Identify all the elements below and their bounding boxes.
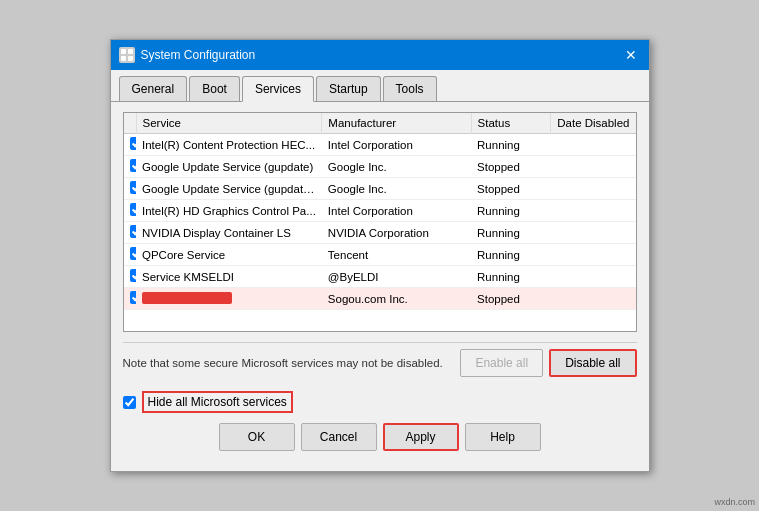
service-name-6: Service KMSELDI	[136, 266, 322, 288]
service-date-7	[551, 288, 636, 310]
window-icon	[119, 47, 135, 63]
ok-button[interactable]: OK	[219, 423, 295, 451]
window-title: System Configuration	[141, 48, 256, 62]
service-name-2: Google Update Service (gupdatem)	[136, 178, 322, 200]
tab-tools[interactable]: Tools	[383, 76, 437, 101]
system-config-window: System Configuration ✕ General Boot Serv…	[110, 39, 650, 472]
service-table: Service Manufacturer Status Date Disable…	[124, 113, 636, 310]
close-button[interactable]: ✕	[621, 45, 641, 65]
service-manufacturer-4: NVIDIA Corporation	[322, 222, 471, 244]
service-manufacturer-0: Intel Corporation	[322, 134, 471, 156]
service-date-2	[551, 178, 636, 200]
service-checkbox-5[interactable]	[130, 247, 137, 260]
service-status-4: Running	[471, 222, 551, 244]
svg-rect-2	[121, 56, 126, 61]
service-name-1: Google Update Service (gupdate)	[136, 156, 322, 178]
service-date-6	[551, 266, 636, 288]
service-manufacturer-3: Intel Corporation	[322, 200, 471, 222]
service-status-5: Running	[471, 244, 551, 266]
service-date-3	[551, 200, 636, 222]
help-button[interactable]: Help	[465, 423, 541, 451]
service-checkbox-3[interactable]	[130, 203, 137, 216]
service-name-7	[136, 288, 322, 310]
apply-button[interactable]: Apply	[383, 423, 459, 451]
service-checkbox-6[interactable]	[130, 269, 137, 282]
watermark: wxdn.com	[714, 497, 755, 507]
service-status-1: Stopped	[471, 156, 551, 178]
enable-disable-group: Enable all Disable all	[460, 349, 636, 377]
service-checkbox-7[interactable]	[130, 291, 137, 304]
service-date-1	[551, 156, 636, 178]
cancel-button[interactable]: Cancel	[301, 423, 377, 451]
enable-all-button[interactable]: Enable all	[460, 349, 543, 377]
col-header-status: Status	[471, 113, 551, 134]
service-date-0	[551, 134, 636, 156]
service-name-5: QPCore Service	[136, 244, 322, 266]
service-manufacturer-1: Google Inc.	[322, 156, 471, 178]
svg-rect-3	[128, 56, 133, 61]
service-status-2: Stopped	[471, 178, 551, 200]
service-date-4	[551, 222, 636, 244]
service-status-0: Running	[471, 134, 551, 156]
col-header-check	[124, 113, 137, 134]
disable-all-button[interactable]: Disable all	[549, 349, 636, 377]
note-text: Note that some secure Microsoft services…	[123, 357, 443, 369]
tab-bar: General Boot Services Startup Tools	[111, 70, 649, 102]
service-table-container: Service Manufacturer Status Date Disable…	[123, 112, 637, 332]
content-area: Service Manufacturer Status Date Disable…	[111, 102, 649, 471]
col-header-manufacturer: Manufacturer	[322, 113, 471, 134]
tab-general[interactable]: General	[119, 76, 188, 101]
title-bar-left: System Configuration	[119, 47, 256, 63]
title-bar: System Configuration ✕	[111, 40, 649, 70]
service-checkbox-1[interactable]	[130, 159, 137, 172]
svg-rect-1	[128, 49, 133, 54]
bottom-buttons: OK Cancel Apply Help	[123, 423, 637, 461]
col-header-date: Date Disabled	[551, 113, 636, 134]
service-checkbox-2[interactable]	[130, 181, 137, 194]
service-manufacturer-5: Tencent	[322, 244, 471, 266]
hide-ms-row: Hide all Microsoft services	[123, 391, 637, 413]
service-name-4: NVIDIA Display Container LS	[136, 222, 322, 244]
service-name-3: Intel(R) HD Graphics Control Pa...	[136, 200, 322, 222]
tab-startup[interactable]: Startup	[316, 76, 381, 101]
service-manufacturer-7: Sogou.com Inc.	[322, 288, 471, 310]
hide-microsoft-checkbox[interactable]	[123, 396, 136, 409]
note-row: Note that some secure Microsoft services…	[123, 342, 637, 383]
service-manufacturer-2: Google Inc.	[322, 178, 471, 200]
service-status-3: Running	[471, 200, 551, 222]
service-manufacturer-6: @ByELDI	[322, 266, 471, 288]
service-status-7: Stopped	[471, 288, 551, 310]
hide-microsoft-label[interactable]: Hide all Microsoft services	[142, 391, 293, 413]
tab-services[interactable]: Services	[242, 76, 314, 102]
service-name-0: Intel(R) Content Protection HEC...	[136, 134, 322, 156]
tab-boot[interactable]: Boot	[189, 76, 240, 101]
service-status-6: Running	[471, 266, 551, 288]
service-checkbox-0[interactable]	[130, 137, 137, 150]
col-header-service: Service	[136, 113, 322, 134]
service-date-5	[551, 244, 636, 266]
service-checkbox-4[interactable]	[130, 225, 137, 238]
svg-rect-0	[121, 49, 126, 54]
